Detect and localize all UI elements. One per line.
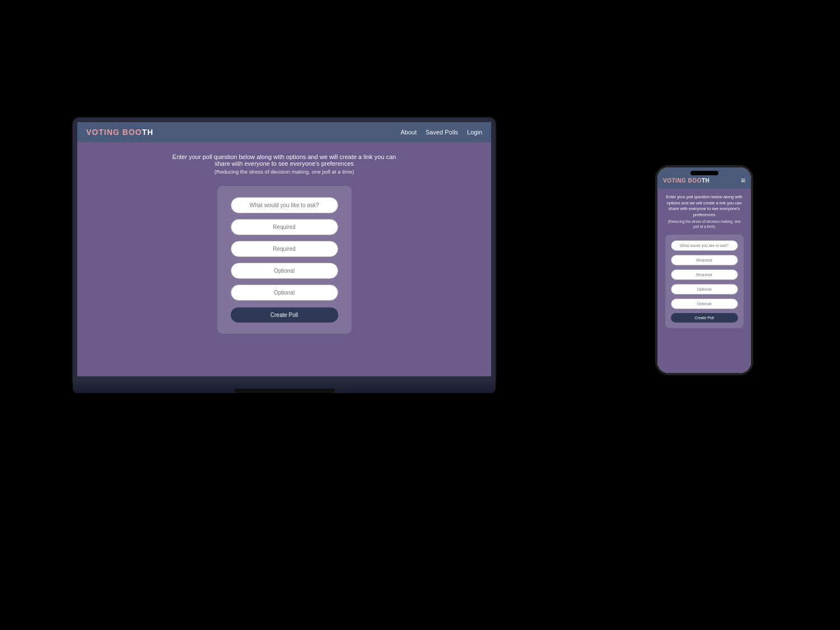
phone-body: VOTING BOOTH ≡ Enter your poll question … — [655, 165, 753, 375]
laptop-question-input[interactable] — [231, 197, 338, 213]
phone-screen: VOTING BOOTH ≡ Enter your poll question … — [657, 167, 751, 373]
logo-voting-text: VOTING BO — [86, 128, 136, 137]
laptop-form-card: Create Poll — [217, 186, 352, 334]
phone-logo-oo: O — [697, 178, 702, 184]
phone-question-input[interactable] — [671, 240, 738, 251]
laptop-main: Enter your poll question below along wit… — [77, 142, 491, 376]
laptop-nav-saved-polls[interactable]: Saved Polls — [426, 129, 458, 136]
laptop-create-poll-button[interactable]: Create Poll — [231, 307, 338, 323]
phone-option1-input[interactable] — [671, 255, 738, 265]
phone-hero-line1: Enter your poll question below along wit… — [665, 194, 744, 218]
laptop-screen: VOTING BOOTH About Saved Polls Login Ent… — [77, 122, 491, 376]
phone-notch — [690, 171, 718, 175]
laptop-device: VOTING BOOTH About Saved Polls Login Ent… — [73, 118, 496, 409]
scene: VOTING BOOTH About Saved Polls Login Ent… — [0, 0, 840, 630]
phone-main: Enter your poll question below along wit… — [657, 189, 751, 373]
laptop-base — [73, 381, 496, 393]
laptop-logo: VOTING BOOTH — [86, 128, 153, 137]
hamburger-menu-icon[interactable]: ≡ — [741, 176, 745, 184]
phone-logo: VOTING BOOTH — [663, 178, 710, 184]
laptop-hero-sub: (Reducing the stress of decision making,… — [172, 169, 396, 175]
phone-hero: Enter your poll question below along wit… — [665, 194, 744, 229]
laptop-nav-about[interactable]: About — [400, 129, 417, 136]
phone-device: VOTING BOOTH ≡ Enter your poll question … — [655, 165, 753, 375]
laptop-nav-login[interactable]: Login — [467, 129, 482, 136]
laptop-option2-input[interactable] — [231, 241, 338, 257]
phone-option2-input[interactable] — [671, 269, 738, 280]
phone-form-card: Create Poll — [665, 235, 744, 328]
laptop-navbar: VOTING BOOTH About Saved Polls Login — [77, 122, 491, 142]
phone-option4-input[interactable] — [671, 298, 738, 309]
laptop-option4-input[interactable] — [231, 284, 338, 301]
laptop-hero-line2: share with everyone to see everyone's pr… — [172, 160, 396, 167]
laptop-hero-line1: Enter your poll question below along wit… — [172, 153, 396, 160]
phone-create-poll-button[interactable]: Create Poll — [671, 313, 738, 323]
logo-booth-text: TH — [142, 128, 153, 137]
laptop-app: VOTING BOOTH About Saved Polls Login Ent… — [77, 122, 491, 376]
laptop-option1-input[interactable] — [231, 219, 338, 235]
laptop-option3-input[interactable] — [231, 263, 338, 279]
phone-logo-booth: TH — [702, 178, 710, 184]
phone-logo-voting: VOTING BO — [663, 178, 697, 184]
laptop-hero: Enter your poll question below along wit… — [172, 153, 396, 175]
laptop-nav-links: About Saved Polls Login — [400, 129, 482, 136]
phone-option3-input[interactable] — [671, 284, 738, 295]
logo-oo-text: O — [136, 128, 142, 137]
laptop-screen-bezel: VOTING BOOTH About Saved Polls Login Ent… — [73, 118, 496, 381]
phone-hero-sub: (Reducing the stress of decision making,… — [665, 219, 744, 229]
phone-app: VOTING BOOTH ≡ Enter your poll question … — [657, 167, 751, 373]
